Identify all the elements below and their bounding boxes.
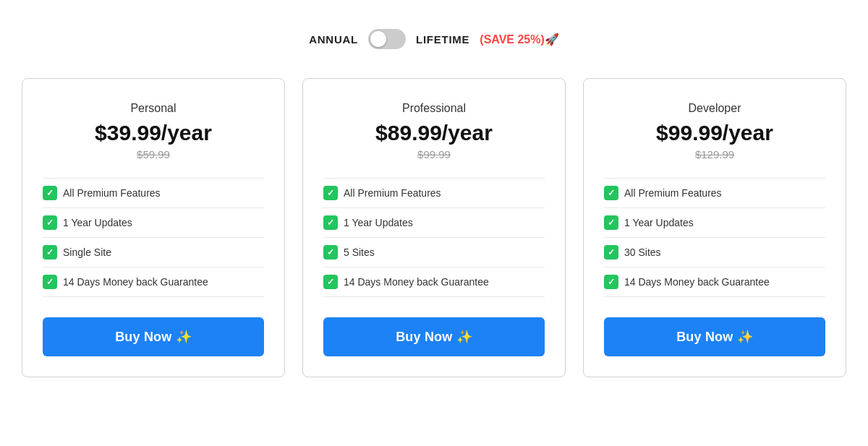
check-icon: ✓ xyxy=(323,186,338,200)
check-icon: ✓ xyxy=(43,275,57,289)
feature-text: 14 Days Money back Guarantee xyxy=(63,276,208,288)
billing-toggle-switch[interactable] xyxy=(368,29,406,49)
plan-card-1: Professional$89.99/year$99.99✓All Premiu… xyxy=(302,78,566,377)
plan-price: $39.99/year xyxy=(95,121,212,145)
feature-text: Single Site xyxy=(63,246,111,258)
list-item: ✓1 Year Updates xyxy=(43,208,264,238)
plan-card-2: Developer$99.99/year$129.99✓All Premium … xyxy=(583,78,846,377)
feature-text: All Premium Features xyxy=(63,187,161,199)
check-icon: ✓ xyxy=(323,215,338,230)
list-item: ✓30 Sites xyxy=(604,238,825,267)
buy-now-button[interactable]: Buy Now ✨ xyxy=(323,317,545,356)
list-item: ✓All Premium Features xyxy=(323,178,545,208)
plan-original-price: $59.99 xyxy=(137,148,170,160)
plan-original-price: $129.99 xyxy=(695,148,734,160)
plan-name: Personal xyxy=(130,102,176,115)
plan-price: $99.99/year xyxy=(656,121,773,145)
list-item: ✓5 Sites xyxy=(323,238,545,267)
feature-text: 1 Year Updates xyxy=(624,217,694,228)
list-item: ✓1 Year Updates xyxy=(604,208,825,238)
check-icon: ✓ xyxy=(43,215,57,230)
plan-features-list: ✓All Premium Features✓1 Year Updates✓5 S… xyxy=(323,178,545,297)
annual-label: ANNUAL xyxy=(309,33,358,46)
check-icon: ✓ xyxy=(604,275,618,289)
check-icon: ✓ xyxy=(43,245,57,260)
lifetime-label: LIFETIME xyxy=(416,33,469,46)
feature-text: 1 Year Updates xyxy=(344,217,413,228)
feature-text: 1 Year Updates xyxy=(63,217,132,228)
check-icon: ✓ xyxy=(604,245,618,260)
list-item: ✓14 Days Money back Guarantee xyxy=(43,267,264,297)
list-item: ✓Single Site xyxy=(43,238,264,267)
feature-text: 14 Days Money back Guarantee xyxy=(344,276,489,288)
plan-features-list: ✓All Premium Features✓1 Year Updates✓30 … xyxy=(604,178,825,297)
check-icon: ✓ xyxy=(604,215,618,230)
feature-text: 5 Sites xyxy=(344,246,375,258)
list-item: ✓All Premium Features xyxy=(43,178,264,208)
check-icon: ✓ xyxy=(323,275,338,289)
plan-original-price: $99.99 xyxy=(417,148,451,160)
billing-toggle: ANNUAL LIFETIME (SAVE 25%)🚀 xyxy=(309,29,559,49)
list-item: ✓1 Year Updates xyxy=(323,208,545,238)
plan-card-0: Personal$39.99/year$59.99✓All Premium Fe… xyxy=(22,78,285,377)
feature-text: All Premium Features xyxy=(624,187,722,199)
plan-price: $89.99/year xyxy=(375,121,493,145)
feature-text: 30 Sites xyxy=(624,246,661,258)
save-badge: (SAVE 25%)🚀 xyxy=(480,33,559,46)
plan-name: Professional xyxy=(402,102,466,115)
buy-now-button[interactable]: Buy Now ✨ xyxy=(43,317,264,356)
buy-now-button[interactable]: Buy Now ✨ xyxy=(604,317,825,356)
check-icon: ✓ xyxy=(604,186,618,200)
plans-grid: Personal$39.99/year$59.99✓All Premium Fe… xyxy=(22,78,846,377)
list-item: ✓14 Days Money back Guarantee xyxy=(604,267,825,297)
plan-name: Developer xyxy=(689,102,741,115)
list-item: ✓14 Days Money back Guarantee xyxy=(323,267,545,297)
feature-text: 14 Days Money back Guarantee xyxy=(624,276,770,288)
feature-text: All Premium Features xyxy=(344,187,441,199)
check-icon: ✓ xyxy=(43,186,57,200)
list-item: ✓All Premium Features xyxy=(604,178,825,208)
check-icon: ✓ xyxy=(323,245,338,260)
toggle-thumb xyxy=(370,31,386,47)
plan-features-list: ✓All Premium Features✓1 Year Updates✓Sin… xyxy=(43,178,264,297)
